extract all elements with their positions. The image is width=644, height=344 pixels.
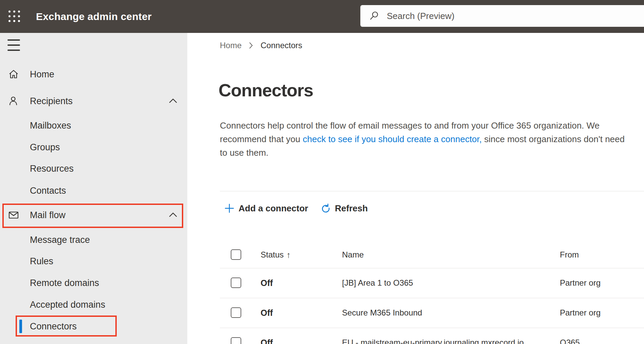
breadcrumb-home-link[interactable]: Home xyxy=(220,41,242,50)
cell-from: Partner org xyxy=(560,268,601,298)
hamburger-menu-icon[interactable] xyxy=(7,39,20,51)
sidebar-item-label: Groups xyxy=(30,138,60,156)
sidebar-item-label: Mailboxes xyxy=(30,117,71,134)
cell-name: Secure M365 Inbound xyxy=(342,298,422,328)
plus-icon xyxy=(224,203,234,213)
cell-status: Off xyxy=(261,268,273,298)
home-icon xyxy=(8,69,19,80)
table-row[interactable]: Off Secure M365 Inbound Partner org xyxy=(220,298,644,328)
sidebar-item-connectors[interactable]: Connectors xyxy=(0,318,187,335)
cell-from: O365 xyxy=(560,328,580,344)
page-title: Connectors xyxy=(219,80,313,100)
add-connector-label: Add a connector xyxy=(239,199,308,217)
sidebar-item-label: Mail flow xyxy=(30,206,65,224)
column-header-name[interactable]: Name xyxy=(342,242,364,268)
app-launcher-waffle-icon[interactable] xyxy=(5,7,23,25)
table-row[interactable]: Off EU - mailstream-eu-primary.journalin… xyxy=(220,328,644,344)
sidebar-item-accepted-domains[interactable]: Accepted domains xyxy=(0,296,187,313)
sidebar-item-recipients[interactable]: Recipients xyxy=(0,92,187,110)
envelope-icon xyxy=(8,210,19,221)
sidebar-item-label: Message trace xyxy=(30,231,90,249)
search-icon xyxy=(369,11,379,21)
refresh-icon xyxy=(321,203,331,213)
toolbar-top-divider xyxy=(220,191,644,191)
chevron-up-icon[interactable] xyxy=(169,212,177,218)
row-checkbox[interactable] xyxy=(231,337,241,344)
sidebar-item-remote-domains[interactable]: Remote domains xyxy=(0,274,187,292)
sidebar-item-message-trace[interactable]: Message trace xyxy=(0,231,187,249)
sort-ascending-arrow-icon: ↑ xyxy=(286,242,291,268)
cell-name: [JB] Area 1 to O365 xyxy=(342,268,413,298)
sidebar-item-home[interactable]: Home xyxy=(0,65,187,83)
breadcrumb-current: Connectors xyxy=(261,41,302,50)
select-all-checkbox[interactable] xyxy=(231,249,241,260)
sidebar-item-groups[interactable]: Groups xyxy=(0,138,187,156)
page-description: Connectors help control the flow of emai… xyxy=(220,119,633,159)
search-box[interactable] xyxy=(360,5,644,27)
app-title: Exchange admin center xyxy=(36,0,152,33)
cell-name: EU - mailstream-eu-primary.journaling.mx… xyxy=(342,328,524,344)
sidebar-item-mail-flow[interactable]: Mail flow xyxy=(0,206,187,224)
sidebar-item-label: Home xyxy=(30,65,54,83)
add-connector-button[interactable]: Add a connector xyxy=(223,199,311,217)
chevron-up-icon[interactable] xyxy=(169,98,177,104)
person-icon xyxy=(8,96,19,107)
sidebar-item-label: Connectors xyxy=(30,318,77,335)
sidebar-item-rules[interactable]: Rules xyxy=(0,252,187,270)
breadcrumb: Home Connectors xyxy=(220,40,302,51)
sidebar-item-label: Contacts xyxy=(30,182,66,199)
column-header-status[interactable]: Status xyxy=(261,242,284,268)
search-input[interactable] xyxy=(387,11,644,21)
sidebar-item-mailboxes[interactable]: Mailboxes xyxy=(0,117,187,134)
cell-from: Partner org xyxy=(560,298,601,328)
sidebar-item-resources[interactable]: Resources xyxy=(0,160,187,177)
sidebar-item-contacts[interactable]: Contacts xyxy=(0,182,187,199)
sidebar-item-label: Rules xyxy=(30,252,53,270)
cell-status: Off xyxy=(261,298,273,328)
sidebar-item-label: Remote domains xyxy=(30,274,99,292)
sidebar-item-label: Resources xyxy=(30,160,74,177)
cell-status: Off xyxy=(261,328,273,344)
row-checkbox[interactable] xyxy=(231,307,241,318)
row-checkbox[interactable] xyxy=(231,278,241,288)
sidebar-item-label: Recipients xyxy=(30,92,73,110)
refresh-button[interactable]: Refresh xyxy=(321,199,372,217)
refresh-label: Refresh xyxy=(335,199,368,217)
table-header-row: Status ↑ Name From xyxy=(220,242,644,268)
waffle-dots xyxy=(8,11,20,22)
column-header-from[interactable]: From xyxy=(560,242,579,268)
top-app-bar: Exchange admin center xyxy=(0,0,644,33)
create-connector-help-link[interactable]: check to see if you should create a conn… xyxy=(303,134,482,144)
sidebar-item-label: Accepted domains xyxy=(30,296,105,313)
table-row[interactable]: Off [JB] Area 1 to O365 Partner org xyxy=(220,268,644,298)
left-navigation: Home Recipients Mailboxes Groups Resourc… xyxy=(0,33,187,344)
breadcrumb-chevron-right-icon xyxy=(249,42,253,49)
